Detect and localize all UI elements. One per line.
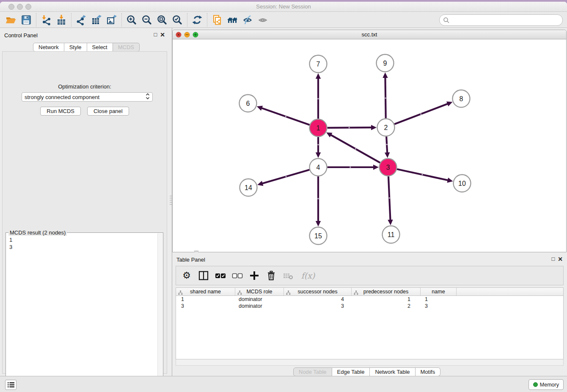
memory-button[interactable]: Memory <box>528 379 564 390</box>
zoom-selected-icon[interactable] <box>170 13 185 27</box>
column-header-mcds-role[interactable]: MCDS role <box>235 288 284 295</box>
mcds-result-box: MCDS result (2 nodes) 1 3 <box>6 232 163 392</box>
deselect-all-columns-icon[interactable] <box>232 270 243 281</box>
export-network-icon[interactable] <box>74 13 89 27</box>
function-builder-icon-disabled: f(x) <box>300 270 317 281</box>
task-history-button[interactable] <box>5 380 17 390</box>
clone-network-icon[interactable] <box>209 13 225 27</box>
graph-node-label: 2 <box>384 124 388 131</box>
zoom-fit-icon[interactable] <box>154 13 170 27</box>
graph-node-label: 14 <box>245 184 252 191</box>
run-mcds-button[interactable]: Run MCDS <box>40 107 81 116</box>
split-columns-icon[interactable] <box>198 270 209 281</box>
network-graph[interactable]: 7968124314101511 <box>173 40 566 252</box>
close-panel-icon[interactable]: ✕ <box>160 31 165 38</box>
graph-node-label: 11 <box>388 231 395 238</box>
table-row[interactable]: 3 dominator 3 2 3 <box>176 303 563 309</box>
tab-network[interactable]: Network <box>33 43 64 52</box>
status-bar: Memory <box>0 376 567 392</box>
tab-node-table[interactable]: Node Table <box>293 367 332 376</box>
hide-panel-eye-icon[interactable] <box>240 13 255 27</box>
table-header-row: shared name MCDS role successor nodes pr… <box>176 288 563 296</box>
criterion-select[interactable]: strongly connected component <box>22 92 153 102</box>
export-table-icon[interactable] <box>89 13 104 27</box>
graph-node-label: 7 <box>317 61 320 68</box>
graph-node-label: 10 <box>458 180 466 187</box>
toolbar-separator <box>71 13 72 27</box>
network-window-title: scc.txt <box>173 31 566 38</box>
table-panel-title: Table Panel <box>176 257 205 263</box>
graph-node-label: 4 <box>317 164 320 171</box>
toolbar-separator <box>207 13 207 27</box>
select-all-columns-icon[interactable] <box>215 270 226 281</box>
column-type-icon <box>178 290 183 297</box>
search-icon <box>443 17 450 24</box>
toolbar-separator <box>36 13 36 27</box>
column-header-successor-nodes[interactable]: successor nodes <box>284 288 352 295</box>
zoom-in-icon[interactable] <box>124 13 139 27</box>
column-header-shared-name[interactable]: shared name <box>176 288 235 295</box>
settings-gear-icon[interactable]: ⚙ <box>181 270 192 281</box>
column-header-name[interactable]: name <box>421 288 457 295</box>
close-table-panel-icon[interactable]: ✕ <box>558 256 563 262</box>
cell-predecessor-nodes[interactable]: 1 <box>352 296 421 303</box>
delete-column-icon[interactable] <box>266 270 277 281</box>
tab-network-table[interactable]: Network Table <box>370 367 415 376</box>
memory-status-dot <box>533 382 538 387</box>
cell-predecessor-nodes[interactable]: 2 <box>352 303 421 309</box>
panel-split-divider[interactable] <box>169 28 172 376</box>
network-window-titlebar[interactable]: scc.txt <box>173 30 566 39</box>
import-table-icon[interactable] <box>54 13 69 27</box>
column-header-empty <box>457 288 563 295</box>
node-table[interactable]: shared name MCDS role successor nodes pr… <box>176 287 564 359</box>
divider-grip[interactable] <box>170 196 172 206</box>
search-input[interactable] <box>450 16 562 25</box>
cell-mcds-role[interactable]: dominator <box>235 296 284 303</box>
tab-motifs[interactable]: Motifs <box>416 367 441 376</box>
main-titlebar: Session: New Session <box>0 2 567 12</box>
memory-label: Memory <box>540 382 559 388</box>
first-neighbors-icon[interactable] <box>225 13 240 27</box>
cell-mcds-role[interactable]: dominator <box>235 303 284 309</box>
application-window: Session: New Session <box>0 2 567 392</box>
tab-select[interactable]: Select <box>87 43 113 52</box>
open-session-icon[interactable] <box>3 13 19 27</box>
mcds-pane: Optimization criterion: strongly connect… <box>2 51 167 374</box>
import-network-icon[interactable] <box>39 13 54 27</box>
close-panel-button[interactable]: Close panel <box>87 107 129 116</box>
graph-node-label: 15 <box>314 232 322 240</box>
zoom-out-icon[interactable] <box>139 13 154 27</box>
save-session-icon[interactable] <box>19 13 34 27</box>
table-horizontal-scrollbar[interactable] <box>176 359 564 366</box>
export-image-icon[interactable] <box>104 13 119 27</box>
float-table-panel-icon[interactable]: □ <box>551 256 555 262</box>
cell-successor-nodes[interactable]: 4 <box>284 296 352 303</box>
control-panel-title: Control Panel <box>4 32 38 39</box>
tab-edge-table[interactable]: Edge Table <box>332 367 370 376</box>
toolbar-separator <box>187 13 187 27</box>
add-column-icon[interactable] <box>249 270 260 281</box>
cell-shared-name[interactable]: 1 <box>176 296 235 303</box>
table-row[interactable]: 1 dominator 4 1 1 <box>176 296 563 303</box>
column-type-icon <box>237 290 242 297</box>
network-canvas[interactable]: 7968124314101511 <box>173 40 566 252</box>
tab-mcds[interactable]: MCDS <box>113 43 140 52</box>
tab-style[interactable]: Style <box>64 43 87 52</box>
table-toolbar: ⚙ f(x) <box>176 266 564 285</box>
delete-table-icon-disabled <box>283 270 294 281</box>
graph-node-label: 8 <box>460 95 463 102</box>
network-view-window: scc.txt 7968124314101511 <box>172 30 567 252</box>
refresh-layout-icon[interactable] <box>190 13 205 27</box>
select-stepper-icon <box>146 93 150 101</box>
float-panel-icon[interactable]: □ <box>154 31 157 38</box>
toolbar-separator <box>121 13 122 27</box>
cell-name[interactable]: 3 <box>421 303 457 309</box>
column-header-predecessor-nodes[interactable]: predecessor nodes <box>352 288 421 295</box>
result-scrollbar[interactable] <box>157 233 162 392</box>
cell-shared-name[interactable]: 3 <box>176 303 235 309</box>
column-type-icon <box>354 290 358 297</box>
cell-successor-nodes[interactable]: 3 <box>284 303 352 309</box>
main-toolbar <box>0 12 567 28</box>
cell-name[interactable]: 1 <box>421 296 457 303</box>
mcds-result-title: MCDS result (2 nodes) <box>8 229 67 236</box>
